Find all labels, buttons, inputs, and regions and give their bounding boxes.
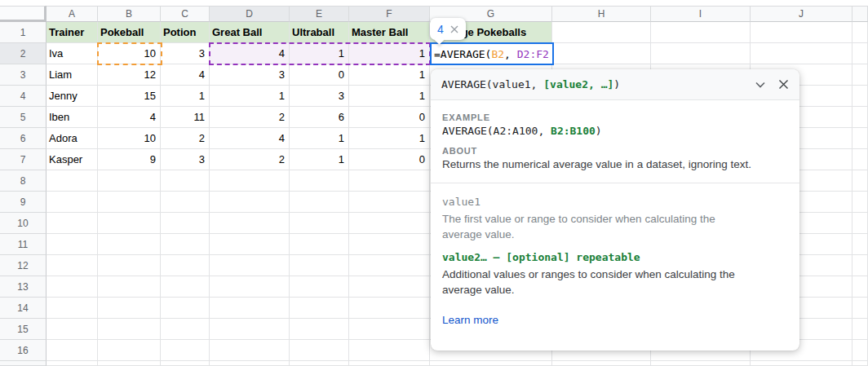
- cell-B6[interactable]: 10: [98, 128, 161, 149]
- cell-x17[interactable]: [852, 361, 868, 366]
- column-header-C[interactable]: C: [161, 6, 210, 22]
- cell-E17[interactable]: [290, 361, 349, 366]
- cell-C6[interactable]: 2: [161, 128, 210, 149]
- active-cell-editor[interactable]: =AVERAGE(B2, D2:F2: [430, 42, 554, 65]
- cell-A12[interactable]: [46, 255, 98, 276]
- row-header-10[interactable]: 10: [0, 213, 46, 234]
- cell-x14[interactable]: [852, 298, 868, 319]
- cell-F4[interactable]: 1: [349, 86, 430, 107]
- cell-A13[interactable]: [46, 276, 98, 298]
- cell-x5[interactable]: [852, 107, 868, 128]
- cell-B13[interactable]: [98, 276, 161, 298]
- cell-D14[interactable]: [210, 298, 290, 319]
- cell-B16[interactable]: [98, 340, 161, 361]
- cell-F17[interactable]: [349, 361, 430, 366]
- cell-B9[interactable]: [98, 192, 161, 213]
- cell-A4[interactable]: Jenny: [46, 86, 98, 107]
- cell-A2[interactable]: Iva: [46, 43, 98, 64]
- cell-B1[interactable]: Pokeball: [98, 22, 161, 43]
- row-header-15[interactable]: 15: [0, 319, 46, 340]
- cell-E13[interactable]: [290, 276, 349, 298]
- chevron-down-icon[interactable]: [755, 82, 765, 88]
- cell-D11[interactable]: [210, 234, 290, 255]
- cell-x7[interactable]: [852, 149, 868, 170]
- cell-D6[interactable]: 4: [210, 128, 290, 149]
- row-header-4[interactable]: 4: [0, 86, 46, 107]
- cell-x10[interactable]: [852, 213, 868, 234]
- close-icon[interactable]: [778, 79, 789, 90]
- close-icon[interactable]: [450, 25, 458, 33]
- cell-x2[interactable]: [852, 43, 868, 64]
- cell-x3[interactable]: [852, 64, 868, 86]
- cell-I17[interactable]: [651, 361, 751, 366]
- cell-A16[interactable]: [46, 340, 98, 361]
- cell-C8[interactable]: [161, 170, 210, 192]
- cell-E9[interactable]: [290, 192, 349, 213]
- cell-C2[interactable]: 3: [161, 43, 210, 64]
- row-header-14[interactable]: 14: [0, 298, 46, 319]
- cell-B12[interactable]: [98, 255, 161, 276]
- cell-B8[interactable]: [98, 170, 161, 192]
- cell-D10[interactable]: [210, 213, 290, 234]
- column-header-partial[interactable]: [852, 6, 868, 22]
- cell-x6[interactable]: [852, 128, 868, 149]
- cell-B4[interactable]: 15: [98, 86, 161, 107]
- cell-B5[interactable]: 4: [98, 107, 161, 128]
- cell-C16[interactable]: [161, 340, 210, 361]
- cell-B14[interactable]: [98, 298, 161, 319]
- cell-D16[interactable]: [210, 340, 290, 361]
- row-header-6[interactable]: 6: [0, 128, 46, 149]
- cell-F6[interactable]: 1: [349, 128, 430, 149]
- cell-E3[interactable]: 0: [290, 64, 349, 86]
- cell-H2[interactable]: [552, 43, 651, 64]
- cell-A15[interactable]: [46, 319, 98, 340]
- cell-E6[interactable]: 1: [290, 128, 349, 149]
- cell-F13[interactable]: [349, 276, 430, 298]
- cell-B15[interactable]: [98, 319, 161, 340]
- cell-F14[interactable]: [349, 298, 430, 319]
- cell-F12[interactable]: [349, 255, 430, 276]
- column-header-F[interactable]: F: [349, 6, 430, 22]
- column-header-B[interactable]: B: [98, 6, 161, 22]
- column-header-I[interactable]: I: [651, 6, 751, 22]
- column-header-E[interactable]: E: [290, 6, 349, 22]
- row-header-13[interactable]: 13: [0, 276, 46, 298]
- cell-F7[interactable]: 0: [349, 149, 430, 170]
- cell-F1[interactable]: Master Ball: [349, 22, 430, 43]
- cell-E7[interactable]: 1: [290, 149, 349, 170]
- cell-A7[interactable]: Kasper: [46, 149, 98, 170]
- column-header-A[interactable]: A: [46, 6, 98, 22]
- cell-x9[interactable]: [852, 192, 868, 213]
- cell-C4[interactable]: 1: [161, 86, 210, 107]
- cell-x15[interactable]: [852, 319, 868, 340]
- cell-D17[interactable]: [210, 361, 290, 366]
- cell-D4[interactable]: 1: [210, 86, 290, 107]
- cell-A5[interactable]: Iben: [46, 107, 98, 128]
- cell-F9[interactable]: [349, 192, 430, 213]
- cell-D7[interactable]: 2: [210, 149, 290, 170]
- cell-A17[interactable]: [46, 361, 98, 366]
- cell-C14[interactable]: [161, 298, 210, 319]
- cell-A9[interactable]: [46, 192, 98, 213]
- cell-E4[interactable]: 3: [290, 86, 349, 107]
- cell-D5[interactable]: 2: [210, 107, 290, 128]
- row-header-12[interactable]: 12: [0, 255, 46, 276]
- cell-D1[interactable]: Great Ball: [210, 22, 290, 43]
- cell-E5[interactable]: 6: [290, 107, 349, 128]
- cell-B7[interactable]: 9: [98, 149, 161, 170]
- cell-F11[interactable]: [349, 234, 430, 255]
- cell-F5[interactable]: 0: [349, 107, 430, 128]
- cell-B3[interactable]: 12: [98, 64, 161, 86]
- cell-x1[interactable]: [852, 22, 868, 43]
- cell-E15[interactable]: [290, 319, 349, 340]
- cell-A1[interactable]: Trainer: [46, 22, 98, 43]
- cell-F16[interactable]: [349, 340, 430, 361]
- cell-B17[interactable]: [98, 361, 161, 366]
- row-header-11[interactable]: 11: [0, 234, 46, 255]
- cell-B11[interactable]: [98, 234, 161, 255]
- column-header-H[interactable]: H: [552, 6, 651, 22]
- cell-D15[interactable]: [210, 319, 290, 340]
- cell-A10[interactable]: [46, 213, 98, 234]
- cell-D12[interactable]: [210, 255, 290, 276]
- cell-C5[interactable]: 11: [161, 107, 210, 128]
